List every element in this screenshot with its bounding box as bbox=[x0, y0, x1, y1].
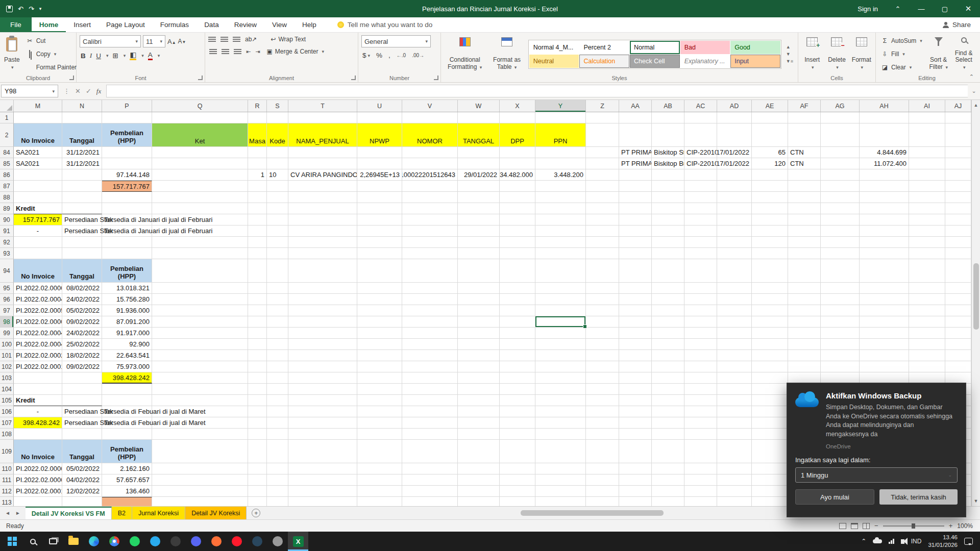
cell-W104[interactable] bbox=[458, 384, 500, 395]
cell-AI85[interactable] bbox=[909, 158, 945, 169]
cell-W84[interactable] bbox=[458, 147, 500, 158]
sheet-tab-detail-jv-koreksi-vs-fm[interactable]: Detail JV Koreksi VS FM bbox=[26, 507, 112, 519]
cell-AA84[interactable]: PT PRIMA bbox=[619, 147, 652, 158]
cell-S97[interactable] bbox=[267, 305, 288, 316]
cell-M113[interactable] bbox=[14, 497, 62, 506]
cell-AG95[interactable] bbox=[821, 283, 860, 294]
row-header-108[interactable]: 108 bbox=[0, 429, 14, 440]
cell-M110[interactable]: PI.2022.02.00003 bbox=[14, 463, 62, 474]
cell-AH90[interactable] bbox=[860, 214, 909, 226]
cell-W98[interactable] bbox=[458, 316, 500, 328]
cell-U89[interactable] bbox=[357, 203, 402, 214]
cell-W94[interactable] bbox=[458, 259, 500, 283]
cell-M112[interactable]: PI.2022.02.00010 bbox=[14, 486, 62, 497]
cell-AE99[interactable] bbox=[752, 328, 788, 339]
cell-W101[interactable] bbox=[458, 350, 500, 361]
cell-Q112[interactable] bbox=[152, 486, 248, 497]
cell-AI86[interactable] bbox=[909, 169, 945, 181]
cell-M103[interactable] bbox=[14, 372, 62, 384]
cell-X88[interactable] bbox=[500, 192, 535, 203]
cell-AD92[interactable] bbox=[717, 237, 752, 248]
cell-AB113[interactable] bbox=[652, 497, 684, 506]
cell-S95[interactable] bbox=[267, 283, 288, 294]
cell-Y108[interactable] bbox=[535, 429, 586, 440]
ribbon-tab-help[interactable]: Help bbox=[295, 17, 324, 32]
cell-M1[interactable] bbox=[14, 112, 62, 123]
cell-AD85[interactable]: 17/01/2022 bbox=[717, 158, 752, 169]
cell-AG100[interactable] bbox=[821, 339, 860, 350]
cell-AG99[interactable] bbox=[821, 328, 860, 339]
cell-AG94[interactable] bbox=[821, 259, 860, 283]
cell-S108[interactable] bbox=[267, 429, 288, 440]
cell-AA96[interactable] bbox=[619, 294, 652, 305]
cell-AB108[interactable] bbox=[652, 429, 684, 440]
cell-AF98[interactable] bbox=[788, 316, 821, 328]
name-box[interactable]: Y98▾ bbox=[1, 85, 58, 97]
cell-T100[interactable] bbox=[288, 339, 357, 350]
cell-X97[interactable] bbox=[500, 305, 535, 316]
cell-N108[interactable] bbox=[62, 429, 102, 440]
cell-V104[interactable] bbox=[402, 384, 458, 395]
cell-N105[interactable] bbox=[62, 395, 102, 406]
wrap-text-button[interactable]: ↩Wrap Text bbox=[268, 35, 308, 43]
cell-R86[interactable]: 1 bbox=[248, 169, 267, 181]
cell-AA90[interactable] bbox=[619, 214, 652, 226]
cell-M84[interactable]: SA2021 bbox=[14, 147, 62, 158]
cell-AA98[interactable] bbox=[619, 316, 652, 328]
format-cells-button[interactable]: Format ▾ bbox=[851, 35, 872, 73]
cell-AG103[interactable] bbox=[821, 372, 860, 384]
cell-T106[interactable] bbox=[288, 406, 357, 417]
cell-Y88[interactable] bbox=[535, 192, 586, 203]
cell-N102[interactable]: 09/02/2022 bbox=[62, 361, 102, 372]
cell-U107[interactable] bbox=[357, 417, 402, 429]
cell-P89[interactable] bbox=[102, 203, 152, 214]
cell-N91[interactable]: Persediaan Stok bbox=[62, 226, 102, 237]
cell-AB94[interactable] bbox=[652, 259, 684, 283]
cell-W90[interactable] bbox=[458, 214, 500, 226]
cell-AG96[interactable] bbox=[821, 294, 860, 305]
row-header-86[interactable]: 86 bbox=[0, 169, 14, 181]
cell-Q86[interactable] bbox=[152, 169, 248, 181]
cell-AD108[interactable] bbox=[717, 429, 752, 440]
cell-AE98[interactable] bbox=[752, 316, 788, 328]
cell-AJ98[interactable] bbox=[945, 316, 971, 328]
cell-N106[interactable]: Persediaan Stok bbox=[62, 406, 102, 417]
row-header-89[interactable]: 89 bbox=[0, 203, 14, 214]
cell-AG101[interactable] bbox=[821, 350, 860, 361]
cell-AD89[interactable] bbox=[717, 203, 752, 214]
cell-AJ85[interactable] bbox=[945, 158, 971, 169]
cell-Z103[interactable] bbox=[586, 372, 619, 384]
column-header-ab[interactable]: AB bbox=[652, 100, 684, 112]
cell-Q2[interactable]: Ket bbox=[152, 123, 248, 147]
cell-AC91[interactable] bbox=[684, 226, 717, 237]
cell-AD91[interactable] bbox=[717, 226, 752, 237]
format-as-table-button[interactable]: Format as Table ▾ bbox=[488, 35, 525, 73]
decrease-decimal-icon[interactable]: .00→ bbox=[412, 53, 424, 58]
cell-R106[interactable] bbox=[248, 406, 267, 417]
cell-AA94[interactable] bbox=[619, 259, 652, 283]
grow-font-icon[interactable]: A▲ bbox=[167, 38, 176, 45]
ribbon-tab-data[interactable]: Data bbox=[197, 17, 227, 32]
cell-Q1[interactable] bbox=[152, 112, 248, 123]
cell-Y104[interactable] bbox=[535, 384, 586, 395]
cell-X85[interactable] bbox=[500, 158, 535, 169]
cell-P95[interactable]: 13.018.321 bbox=[102, 283, 152, 294]
cell-Z88[interactable] bbox=[586, 192, 619, 203]
cell-Q102[interactable] bbox=[152, 361, 248, 372]
cell-AE97[interactable] bbox=[752, 305, 788, 316]
row-header-95[interactable]: 95 bbox=[0, 283, 14, 294]
cell-Y2[interactable]: PPN bbox=[535, 123, 586, 147]
cell-AD84[interactable]: 17/01/2022 bbox=[717, 147, 752, 158]
copy-button[interactable]: Copy▾ bbox=[24, 50, 79, 58]
cell-AF93[interactable] bbox=[788, 248, 821, 259]
cell-AI88[interactable] bbox=[909, 192, 945, 203]
cell-U102[interactable] bbox=[357, 361, 402, 372]
row-header-1[interactable]: 1 bbox=[0, 112, 14, 123]
cell-R95[interactable] bbox=[248, 283, 267, 294]
column-header-ah[interactable]: AH bbox=[860, 100, 909, 112]
cell-AH94[interactable] bbox=[860, 259, 909, 283]
cell-T109[interactable] bbox=[288, 440, 357, 463]
cell-R98[interactable] bbox=[248, 316, 267, 328]
cell-R2[interactable]: Masa bbox=[248, 123, 267, 147]
cell-AB90[interactable] bbox=[652, 214, 684, 226]
